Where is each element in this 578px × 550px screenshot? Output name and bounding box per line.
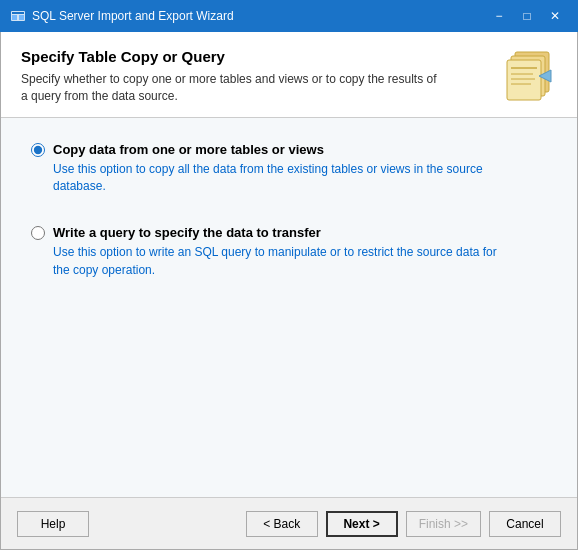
header-text: Specify Table Copy or Query Specify whet… [21,48,487,105]
write-query-desc: Use this option to write an SQL query to… [53,244,513,279]
write-query-radio[interactable] [31,226,45,240]
write-query-label[interactable]: Write a query to specify the data to tra… [53,225,321,240]
svg-rect-2 [12,15,17,20]
title-bar-controls: − □ ✕ [486,6,568,26]
finish-button[interactable]: Finish >> [406,511,481,537]
header-section: Specify Table Copy or Query Specify whet… [1,32,577,118]
cancel-button[interactable]: Cancel [489,511,561,537]
next-button[interactable]: Next > [326,511,398,537]
header-title: Specify Table Copy or Query [21,48,487,65]
window-content: Specify Table Copy or Query Specify whet… [0,32,578,550]
help-button[interactable]: Help [17,511,89,537]
copy-tables-radio[interactable] [31,143,45,157]
app-icon [10,8,26,24]
back-button[interactable]: < Back [246,511,318,537]
option-write-query: Write a query to specify the data to tra… [31,225,547,279]
copy-tables-label[interactable]: Copy data from one or more tables or vie… [53,142,324,157]
svg-rect-6 [507,60,541,100]
option-group: Copy data from one or more tables or vie… [31,142,547,280]
svg-rect-3 [19,15,24,20]
title-bar: SQL Server Import and Export Wizard − □ … [0,0,578,32]
option-copy-tables-row: Copy data from one or more tables or vie… [31,142,547,157]
footer: Help < Back Next > Finish >> Cancel [1,497,577,549]
header-icon [497,48,557,103]
minimize-button[interactable]: − [486,6,512,26]
title-bar-text: SQL Server Import and Export Wizard [32,9,486,23]
svg-rect-1 [12,12,24,14]
maximize-button[interactable]: □ [514,6,540,26]
close-button[interactable]: ✕ [542,6,568,26]
copy-tables-desc: Use this option to copy all the data fro… [53,161,513,196]
option-copy-tables: Copy data from one or more tables or vie… [31,142,547,196]
main-content: Copy data from one or more tables or vie… [1,118,577,497]
option-write-query-row: Write a query to specify the data to tra… [31,225,547,240]
header-subtitle: Specify whether to copy one or more tabl… [21,71,441,105]
